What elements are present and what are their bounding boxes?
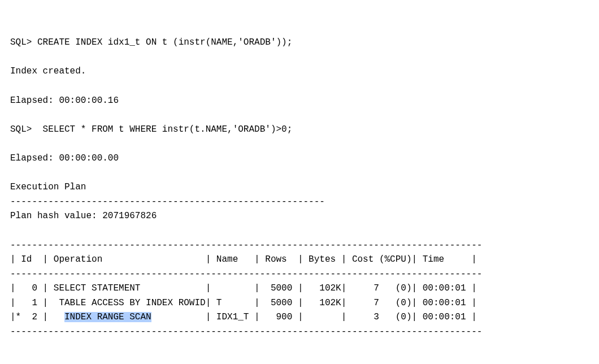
highlighted-operation: INDEX RANGE SCAN [64,312,151,322]
table-header-row: | Id | Operation | Name | Rows | Bytes |… [10,254,477,265]
elapsed-line-1: Elapsed: 00:00:00.16 [10,96,119,106]
table-row: | 1 | TABLE ACCESS BY INDEX ROWID| T | 5… [10,298,477,308]
divider-line: ----------------------------------------… [10,197,325,207]
sql-create-index-line: SQL> CREATE INDEX idx1_t ON t (instr(NAM… [10,37,292,47]
table-row-suffix: | IDX1_T | 900 | | 3 (0)| 00:00:01 | [151,312,477,322]
execution-plan-heading: Execution Plan [10,182,86,192]
table-border-top: ----------------------------------------… [10,240,482,250]
sql-select-line: SQL> SELECT * FROM t WHERE instr(t.NAME,… [10,124,292,135]
index-created-line: Index created. [10,66,86,76]
elapsed-line-2: Elapsed: 00:00:00.00 [10,153,119,163]
table-border-bottom: ----------------------------------------… [10,327,482,337]
table-row-prefix: |* 2 | [10,312,64,322]
table-row: | 0 | SELECT STATEMENT | | 5000 | 102K| … [10,283,477,293]
table-border-mid: ----------------------------------------… [10,269,482,279]
plan-hash-line: Plan hash value: 2071967826 [10,211,157,221]
